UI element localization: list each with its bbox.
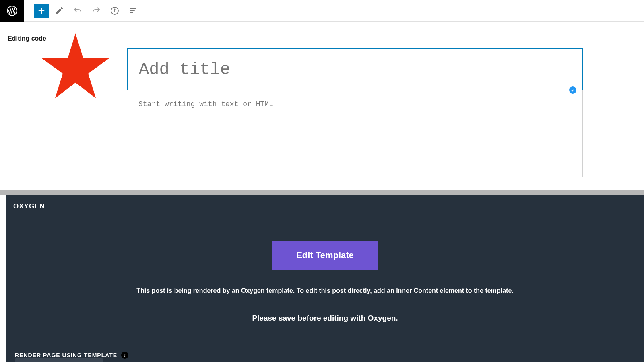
oxygen-panel-header: OXYGEN xyxy=(6,195,644,218)
post-title-input[interactable] xyxy=(128,49,582,90)
svg-point-3 xyxy=(114,9,115,9)
check-icon xyxy=(570,88,575,93)
oxygen-panel-body: Edit Template This post is being rendere… xyxy=(6,218,644,323)
star-decoration xyxy=(40,31,111,102)
list-icon xyxy=(128,6,138,16)
content-placeholder: Start writing with text or HTML xyxy=(138,100,571,108)
pencil-icon xyxy=(54,6,64,16)
panel-divider xyxy=(0,190,644,195)
oxygen-save-message: Please save before editing with Oxygen. xyxy=(6,314,644,323)
edit-template-button[interactable]: Edit Template xyxy=(272,241,378,270)
redo-button[interactable] xyxy=(88,3,104,19)
plus-icon xyxy=(37,6,46,15)
undo-button[interactable] xyxy=(70,3,86,19)
details-button[interactable] xyxy=(107,3,123,19)
outline-button[interactable] xyxy=(125,3,141,19)
render-template-label: RENDER PAGE USING TEMPLATE xyxy=(15,352,117,358)
render-template-select[interactable]: Default (Default Post) xyxy=(15,358,103,362)
edit-mode-button[interactable] xyxy=(51,3,67,19)
add-block-button[interactable] xyxy=(34,4,49,18)
oxygen-rendered-message: This post is being rendered by an Oxygen… xyxy=(6,287,644,294)
oxygen-panel: OXYGEN Edit Template This post is being … xyxy=(6,195,644,362)
undo-icon xyxy=(73,6,83,16)
post-content-area[interactable]: Start writing with text or HTML xyxy=(127,90,583,177)
info-icon[interactable]: i xyxy=(121,352,128,359)
wordpress-icon xyxy=(6,5,18,16)
star-icon xyxy=(40,31,111,102)
info-icon xyxy=(110,6,120,16)
oxygen-title: OXYGEN xyxy=(13,202,45,210)
render-template-row: RENDER PAGE USING TEMPLATE i xyxy=(15,352,128,359)
redo-icon xyxy=(91,6,101,16)
title-field-wrapper xyxy=(127,48,583,90)
svg-marker-7 xyxy=(42,33,109,98)
top-toolbar xyxy=(0,0,644,22)
wordpress-logo[interactable] xyxy=(0,0,24,22)
validated-badge xyxy=(568,86,577,95)
code-editor: Start writing with text or HTML xyxy=(127,48,583,177)
